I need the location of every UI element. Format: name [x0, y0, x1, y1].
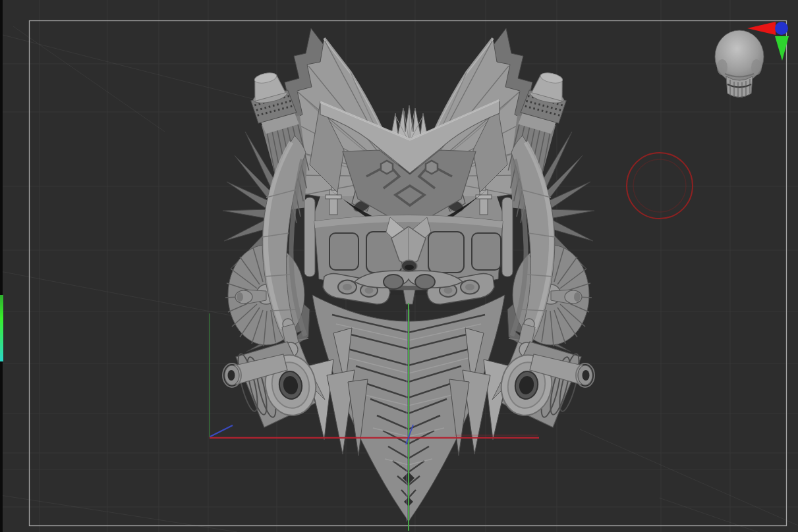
gizmo-z-dot-icon[interactable]: [775, 22, 788, 35]
viewport-canvas[interactable]: [0, 0, 798, 532]
edge-activity-strip: [0, 295, 3, 361]
app-window: [0, 0, 798, 532]
edge-dark-strip: [0, 0, 3, 532]
